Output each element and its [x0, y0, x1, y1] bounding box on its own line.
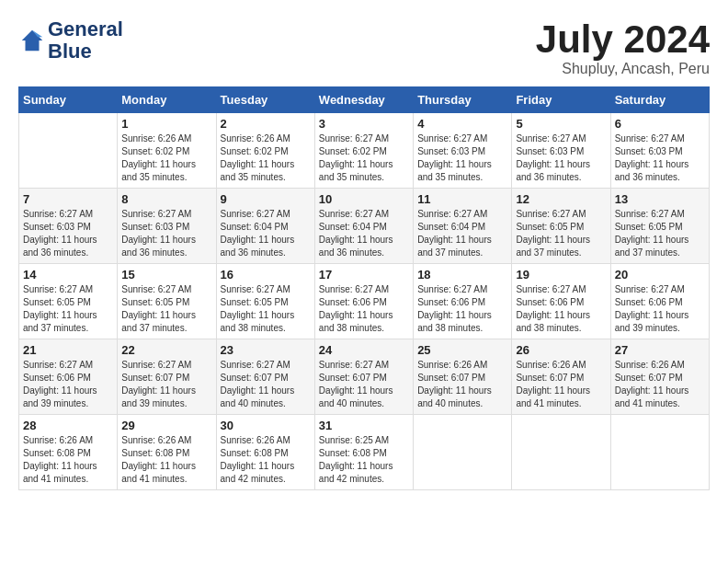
- day-info: Sunrise: 6:27 AMSunset: 6:03 PMDaylight:…: [615, 132, 705, 184]
- calendar-cell: 25Sunrise: 6:26 AMSunset: 6:07 PMDayligh…: [414, 339, 512, 415]
- calendar-week-row: 14Sunrise: 6:27 AMSunset: 6:05 PMDayligh…: [19, 264, 710, 339]
- day-info: Sunrise: 6:27 AMSunset: 6:03 PMDaylight:…: [23, 208, 113, 259]
- day-number: 16: [221, 268, 311, 282]
- logo-text: General Blue: [48, 18, 123, 63]
- day-number: 17: [319, 268, 409, 282]
- day-number: 30: [221, 419, 311, 432]
- day-info: Sunrise: 6:27 AMSunset: 6:06 PMDaylight:…: [319, 283, 409, 335]
- day-number: 4: [417, 117, 507, 131]
- svg-marker-0: [22, 30, 43, 52]
- day-info: Sunrise: 6:27 AMSunset: 6:07 PMDaylight:…: [319, 359, 409, 410]
- calendar-week-row: 7Sunrise: 6:27 AMSunset: 6:03 PMDaylight…: [19, 189, 710, 264]
- calendar-cell: 30Sunrise: 6:26 AMSunset: 6:08 PMDayligh…: [216, 415, 314, 490]
- day-number: 10: [319, 192, 409, 206]
- day-info: Sunrise: 6:27 AMSunset: 6:06 PMDaylight:…: [23, 359, 113, 410]
- calendar-cell: 2Sunrise: 6:26 AMSunset: 6:02 PMDaylight…: [216, 113, 314, 189]
- weekday-header: Thursday: [414, 87, 512, 113]
- calendar-cell: 21Sunrise: 6:27 AMSunset: 6:06 PMDayligh…: [19, 339, 118, 415]
- calendar-week-row: 28Sunrise: 6:26 AMSunset: 6:08 PMDayligh…: [19, 415, 710, 490]
- calendar-cell: [414, 415, 512, 490]
- day-info: Sunrise: 6:26 AMSunset: 6:08 PMDaylight:…: [121, 434, 211, 486]
- title-area: July 2024 Shupluy, Ancash, Peru: [536, 18, 710, 77]
- day-info: Sunrise: 6:27 AMSunset: 6:07 PMDaylight:…: [121, 359, 211, 410]
- calendar-cell: 5Sunrise: 6:27 AMSunset: 6:03 PMDaylight…: [512, 113, 610, 189]
- page-header: General Blue July 2024 Shupluy, Ancash, …: [18, 18, 710, 77]
- weekday-header: Tuesday: [216, 87, 314, 113]
- calendar-cell: 3Sunrise: 6:27 AMSunset: 6:02 PMDaylight…: [314, 113, 413, 189]
- day-info: Sunrise: 6:26 AMSunset: 6:08 PMDaylight:…: [23, 434, 113, 486]
- calendar-cell: 8Sunrise: 6:27 AMSunset: 6:03 PMDaylight…: [118, 189, 216, 264]
- day-number: 1: [121, 117, 211, 131]
- day-number: 14: [23, 268, 113, 282]
- calendar-cell: 29Sunrise: 6:26 AMSunset: 6:08 PMDayligh…: [118, 415, 216, 490]
- day-number: 21: [23, 343, 113, 357]
- calendar-week-row: 21Sunrise: 6:27 AMSunset: 6:06 PMDayligh…: [19, 339, 710, 415]
- calendar-cell: 11Sunrise: 6:27 AMSunset: 6:04 PMDayligh…: [414, 189, 512, 264]
- day-info: Sunrise: 6:27 AMSunset: 6:07 PMDaylight:…: [221, 359, 311, 410]
- day-info: Sunrise: 6:27 AMSunset: 6:04 PMDaylight:…: [417, 208, 507, 259]
- day-info: Sunrise: 6:25 AMSunset: 6:08 PMDaylight:…: [319, 434, 409, 486]
- calendar-week-row: 1Sunrise: 6:26 AMSunset: 6:02 PMDaylight…: [19, 113, 710, 189]
- day-number: 12: [516, 192, 606, 206]
- calendar-cell: 15Sunrise: 6:27 AMSunset: 6:05 PMDayligh…: [118, 264, 216, 339]
- calendar-cell: 9Sunrise: 6:27 AMSunset: 6:04 PMDaylight…: [216, 189, 314, 264]
- weekday-header: Wednesday: [314, 87, 413, 113]
- day-number: 19: [516, 268, 606, 282]
- day-number: 28: [23, 419, 113, 432]
- day-info: Sunrise: 6:27 AMSunset: 6:06 PMDaylight:…: [615, 283, 705, 335]
- day-info: Sunrise: 6:27 AMSunset: 6:03 PMDaylight:…: [417, 132, 507, 184]
- calendar-cell: 17Sunrise: 6:27 AMSunset: 6:06 PMDayligh…: [314, 264, 413, 339]
- calendar-cell: 23Sunrise: 6:27 AMSunset: 6:07 PMDayligh…: [216, 339, 314, 415]
- day-number: 6: [615, 117, 705, 131]
- calendar-header-row: SundayMondayTuesdayWednesdayThursdayFrid…: [19, 87, 710, 113]
- day-number: 15: [121, 268, 211, 282]
- calendar-table: SundayMondayTuesdayWednesdayThursdayFrid…: [18, 86, 710, 490]
- calendar-cell: 6Sunrise: 6:27 AMSunset: 6:03 PMDaylight…: [610, 113, 709, 189]
- day-number: 9: [221, 192, 311, 206]
- day-info: Sunrise: 6:27 AMSunset: 6:05 PMDaylight:…: [121, 283, 211, 335]
- month-title: July 2024: [536, 18, 710, 61]
- calendar-cell: 13Sunrise: 6:27 AMSunset: 6:05 PMDayligh…: [610, 189, 709, 264]
- day-number: 7: [23, 192, 113, 206]
- calendar-cell: 18Sunrise: 6:27 AMSunset: 6:06 PMDayligh…: [414, 264, 512, 339]
- day-info: Sunrise: 6:27 AMSunset: 6:03 PMDaylight:…: [121, 208, 211, 259]
- day-info: Sunrise: 6:27 AMSunset: 6:05 PMDaylight:…: [23, 283, 113, 335]
- calendar-cell: 14Sunrise: 6:27 AMSunset: 6:05 PMDayligh…: [19, 264, 118, 339]
- weekday-header: Saturday: [610, 87, 709, 113]
- day-number: 5: [516, 117, 606, 131]
- day-number: 20: [615, 268, 705, 282]
- day-info: Sunrise: 6:26 AMSunset: 6:07 PMDaylight:…: [516, 359, 606, 410]
- calendar-cell: 4Sunrise: 6:27 AMSunset: 6:03 PMDaylight…: [414, 113, 512, 189]
- weekday-header: Monday: [118, 87, 216, 113]
- calendar-cell: 12Sunrise: 6:27 AMSunset: 6:05 PMDayligh…: [512, 189, 610, 264]
- calendar-cell: 19Sunrise: 6:27 AMSunset: 6:06 PMDayligh…: [512, 264, 610, 339]
- location-subtitle: Shupluy, Ancash, Peru: [536, 61, 710, 77]
- day-number: 29: [121, 419, 211, 432]
- calendar-cell: 10Sunrise: 6:27 AMSunset: 6:04 PMDayligh…: [314, 189, 413, 264]
- logo-icon: [18, 27, 46, 54]
- day-number: 27: [615, 343, 705, 357]
- calendar-cell: 1Sunrise: 6:26 AMSunset: 6:02 PMDaylight…: [118, 113, 216, 189]
- calendar-cell: 31Sunrise: 6:25 AMSunset: 6:08 PMDayligh…: [314, 415, 413, 490]
- calendar-cell: 24Sunrise: 6:27 AMSunset: 6:07 PMDayligh…: [314, 339, 413, 415]
- day-number: 18: [417, 268, 507, 282]
- calendar-cell: 28Sunrise: 6:26 AMSunset: 6:08 PMDayligh…: [19, 415, 118, 490]
- day-info: Sunrise: 6:27 AMSunset: 6:04 PMDaylight:…: [221, 208, 311, 259]
- day-number: 23: [221, 343, 311, 357]
- day-info: Sunrise: 6:27 AMSunset: 6:05 PMDaylight:…: [516, 208, 606, 259]
- day-info: Sunrise: 6:26 AMSunset: 6:08 PMDaylight:…: [221, 434, 311, 486]
- day-info: Sunrise: 6:27 AMSunset: 6:06 PMDaylight:…: [417, 283, 507, 335]
- day-info: Sunrise: 6:27 AMSunset: 6:06 PMDaylight:…: [516, 283, 606, 335]
- calendar-cell: [19, 113, 118, 189]
- day-info: Sunrise: 6:27 AMSunset: 6:02 PMDaylight:…: [319, 132, 409, 184]
- weekday-header: Friday: [512, 87, 610, 113]
- day-number: 8: [121, 192, 211, 206]
- day-number: 3: [319, 117, 409, 131]
- calendar-cell: 20Sunrise: 6:27 AMSunset: 6:06 PMDayligh…: [610, 264, 709, 339]
- day-info: Sunrise: 6:27 AMSunset: 6:03 PMDaylight:…: [516, 132, 606, 184]
- day-info: Sunrise: 6:26 AMSunset: 6:07 PMDaylight:…: [417, 359, 507, 410]
- day-info: Sunrise: 6:27 AMSunset: 6:04 PMDaylight:…: [319, 208, 409, 259]
- day-number: 24: [319, 343, 409, 357]
- calendar-cell: 27Sunrise: 6:26 AMSunset: 6:07 PMDayligh…: [610, 339, 709, 415]
- weekday-header: Sunday: [19, 87, 118, 113]
